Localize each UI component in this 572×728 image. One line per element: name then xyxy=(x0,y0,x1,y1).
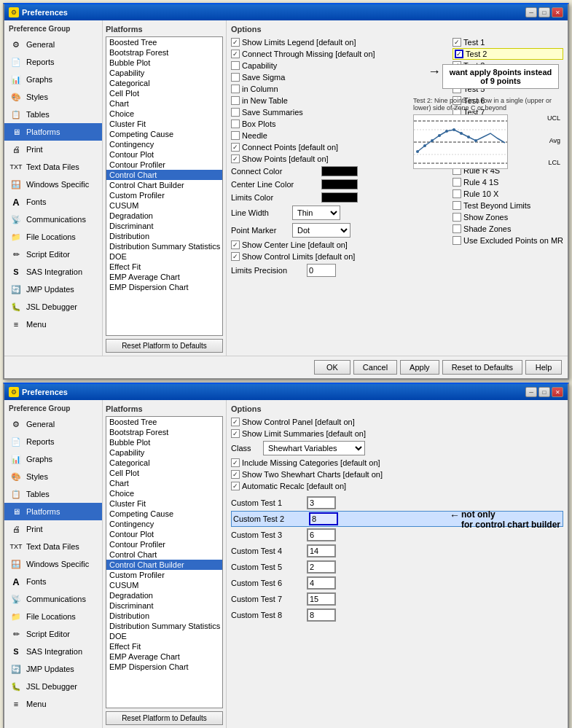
list-item-discriminant-1[interactable]: Discriminant xyxy=(106,221,222,231)
sidebar-item-general-2[interactable]: ⚙ General xyxy=(4,415,102,433)
in-new-table-checkbox[interactable] xyxy=(231,96,240,105)
automatic-recalc-label[interactable]: Automatic Recalc [default on] xyxy=(231,482,346,490)
line-width-select[interactable]: Thin Medium Thick xyxy=(292,206,340,220)
list-item-discriminant-2[interactable]: Discriminant xyxy=(106,600,222,611)
sidebar-item-platforms-1[interactable]: 🖥 Platforms xyxy=(4,123,102,141)
list-item-effect-fit-1[interactable]: Effect Fit xyxy=(106,262,222,272)
test2-label[interactable]: Test 2 xyxy=(455,50,487,58)
custom-test-1-input[interactable] xyxy=(307,496,336,509)
save-sigma-checkbox[interactable] xyxy=(231,73,240,82)
list-item-emp-disp-1[interactable]: EMP Dispersion Chart xyxy=(106,282,222,292)
rule-4-1s-checkbox[interactable] xyxy=(452,178,461,187)
list-item-choice-2[interactable]: Choice xyxy=(106,488,222,498)
sidebar-item-script-2[interactable]: ✏ Script Editor xyxy=(4,625,102,643)
rule-4-1s-label[interactable]: Rule 4 1S xyxy=(452,178,498,187)
list-item-dist-summary-1[interactable]: Distribution Summary Statistics xyxy=(106,241,222,251)
box-plots-checkbox[interactable] xyxy=(231,120,240,128)
rule-10-x-checkbox[interactable] xyxy=(452,189,461,198)
sidebar-item-jsl-2[interactable]: 🐛 JSL Debugger xyxy=(4,678,102,695)
list-item-categorical-2[interactable]: Categorical xyxy=(106,458,222,468)
show-zones-label[interactable]: Show Zones xyxy=(452,213,508,222)
list-item-competing-2[interactable]: Competing Cause xyxy=(106,509,222,519)
show-center-line-label[interactable]: Show Center Line [default on] xyxy=(231,240,348,249)
list-item-emp-disp-2[interactable]: EMP Dispersion Chart xyxy=(106,662,222,672)
show-limit-summaries-checkbox[interactable] xyxy=(231,429,240,438)
custom-test-6-input[interactable] xyxy=(307,576,336,590)
connect-points-label[interactable]: Connect Points [default on] xyxy=(231,143,338,152)
capability-label[interactable]: Capability xyxy=(231,61,277,70)
test1-label[interactable]: Test 1 xyxy=(452,38,485,47)
save-summaries-label[interactable]: Save Summaries xyxy=(231,108,303,117)
save-summaries-checkbox[interactable] xyxy=(231,108,240,117)
sidebar-item-script-1[interactable]: ✏ Script Editor xyxy=(4,246,102,263)
list-item-cluster-fit-2[interactable]: Cluster Fit xyxy=(106,498,222,509)
ok-button-1[interactable]: OK xyxy=(314,360,350,375)
test2-checkbox[interactable] xyxy=(455,50,463,58)
sidebar-item-comms-2[interactable]: 📡 Communications xyxy=(4,590,102,608)
custom-test-7-input[interactable] xyxy=(307,592,336,606)
minimize-button-2[interactable]: ─ xyxy=(525,387,537,397)
reset-platform-btn-1[interactable]: Reset Platform to Defaults xyxy=(106,339,223,353)
sidebar-item-tables-1[interactable]: 📋 Tables xyxy=(4,106,102,123)
list-item-control-chart-builder-2[interactable]: Control Chart Builder xyxy=(106,560,222,570)
custom-test-2-input[interactable] xyxy=(309,512,338,525)
maximize-button-2[interactable]: □ xyxy=(538,387,550,397)
list-item-control-chart-2[interactable]: Control Chart xyxy=(106,549,222,560)
include-missing-label[interactable]: Include Missing Categories [default on] xyxy=(231,458,380,467)
maximize-button-1[interactable]: □ xyxy=(538,7,550,17)
close-button-2[interactable]: ✕ xyxy=(552,387,563,397)
class-select[interactable]: Shewhart Variables Attribute xyxy=(263,441,365,455)
list-item-custom-profiler-1[interactable]: Custom Profiler xyxy=(106,190,222,200)
list-item-choice-1[interactable]: Choice xyxy=(106,109,222,119)
sidebar-item-windows-1[interactable]: 🪟 Windows Specific xyxy=(4,176,102,193)
sidebar-item-file-locs-2[interactable]: 📁 File Locations xyxy=(4,608,102,625)
sidebar-item-windows-2[interactable]: 🪟 Windows Specific xyxy=(4,555,102,573)
list-item-chart-2[interactable]: Chart xyxy=(106,478,222,488)
needle-checkbox[interactable] xyxy=(231,131,240,140)
list-item-capability-1[interactable]: Capability xyxy=(106,68,222,78)
sidebar-item-styles-1[interactable]: 🎨 Styles xyxy=(4,88,102,106)
show-limit-summaries-label[interactable]: Show Limit Summaries [default on] xyxy=(231,429,366,438)
sidebar-item-jmp-2[interactable]: 🔄 JMP Updates xyxy=(4,660,102,678)
custom-test-5-input[interactable] xyxy=(307,560,336,574)
list-item-doe-1[interactable]: DOE xyxy=(106,251,222,262)
connect-through-missing-checkbox[interactable] xyxy=(231,50,240,58)
center-line-color-swatch[interactable] xyxy=(321,179,358,189)
close-button-1[interactable]: ✕ xyxy=(552,7,563,17)
use-excluded-points-checkbox[interactable] xyxy=(452,236,461,245)
in-column-label[interactable]: in Column xyxy=(231,85,278,93)
custom-test-4-input[interactable] xyxy=(307,544,336,557)
save-sigma-label[interactable]: Save Sigma xyxy=(231,73,285,82)
list-item-boosted-tree-2[interactable]: Boosted Tree xyxy=(106,417,222,427)
limits-precision-input[interactable] xyxy=(307,264,336,277)
sidebar-item-sas-1[interactable]: S SAS Integration xyxy=(4,263,102,281)
list-item-boosted-tree-1[interactable]: Boosted Tree xyxy=(106,37,222,47)
list-item-cusum-2[interactable]: CUSUM xyxy=(106,580,222,590)
list-item-control-chart-1[interactable]: Control Chart xyxy=(106,170,222,180)
sidebar-item-comms-1[interactable]: 📡 Communications xyxy=(4,211,102,228)
point-marker-select[interactable]: Dot Circle Square Diamond xyxy=(292,223,350,238)
in-new-table-label[interactable]: in New Table xyxy=(231,96,288,105)
platforms-list-2[interactable]: Boosted Tree Bootstrap Forest Bubble Plo… xyxy=(106,416,223,708)
needle-label[interactable]: Needle xyxy=(231,131,267,140)
sidebar-item-sas-2[interactable]: S SAS Integration xyxy=(4,643,102,660)
sidebar-item-general-1[interactable]: ⚙ General xyxy=(4,36,102,53)
list-item-contingency-1[interactable]: Contingency xyxy=(106,139,222,149)
apply-button-1[interactable]: Apply xyxy=(400,360,439,375)
reset-platform-btn-2[interactable]: Reset Platform to Defaults xyxy=(106,711,223,725)
cancel-button-1[interactable]: Cancel xyxy=(353,360,397,375)
list-item-contour-profiler-1[interactable]: Contour Profiler xyxy=(106,160,222,170)
list-item-contour-plot-1[interactable]: Contour Plot xyxy=(106,149,222,160)
sidebar-item-graphs-1[interactable]: 📊 Graphs xyxy=(4,71,102,88)
list-item-contour-profiler-2[interactable]: Contour Profiler xyxy=(106,539,222,549)
box-plots-label[interactable]: Box Plots xyxy=(231,120,275,128)
list-item-degradation-2[interactable]: Degradation xyxy=(106,590,222,600)
list-item-bootstrap-2[interactable]: Bootstrap Forest xyxy=(106,427,222,437)
platforms-list-1[interactable]: Boosted Tree Bootstrap Forest Bubble Plo… xyxy=(106,36,223,336)
show-zones-checkbox[interactable] xyxy=(452,213,461,222)
list-item-emp-avg-1[interactable]: EMP Average Chart xyxy=(106,272,222,282)
sidebar-item-text-data-2[interactable]: TXT Text Data Files xyxy=(4,538,102,555)
sidebar-item-text-data-1[interactable]: TXT Text Data Files xyxy=(4,158,102,176)
show-limits-legend-label[interactable]: Show Limits Legend [default on] xyxy=(231,38,356,47)
list-item-cusum-1[interactable]: CUSUM xyxy=(106,200,222,211)
